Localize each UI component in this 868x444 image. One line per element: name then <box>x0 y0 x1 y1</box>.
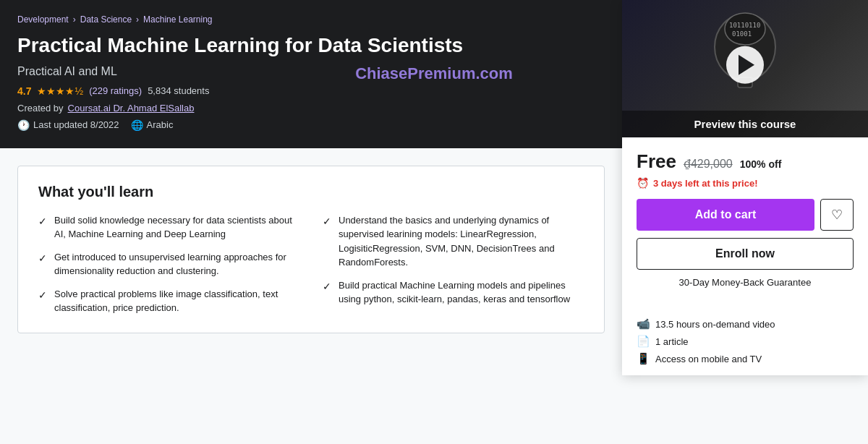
learn-text-3: Solve practical problems like image clas… <box>54 287 299 315</box>
check-icon-1: ✓ <box>38 214 47 229</box>
learn-text-5: Build practical Machine Learning models … <box>339 278 584 307</box>
includes-article-text: 1 article <box>655 336 689 347</box>
breadcrumb: Development › Data Science › Machine Lea… <box>17 14 463 25</box>
includes-item-article: 📄 1 article <box>637 335 854 348</box>
hero-section: Development › Data Science › Machine Lea… <box>0 0 868 148</box>
globe-icon: 🌐 <box>131 119 143 131</box>
learn-item-1: ✓ Build solid knowledge necessary for da… <box>38 213 299 242</box>
add-to-cart-button[interactable]: Add to cart <box>637 199 814 231</box>
includes-list: 📹 13.5 hours on-demand video 📄 1 article… <box>637 317 854 365</box>
play-button[interactable] <box>726 46 764 84</box>
student-count: 5,834 students <box>148 85 209 96</box>
rating-row: 4.7 ★★★★½ (229 ratings) 5,834 students <box>17 85 463 97</box>
svg-text:01001: 01001 <box>732 30 752 38</box>
check-icon-4: ✓ <box>323 214 331 229</box>
hero-left: Development › Data Science › Machine Lea… <box>17 14 463 131</box>
instructor-link[interactable]: Coursat.ai Dr. Ahmad ElSallab <box>68 103 195 114</box>
play-icon <box>739 55 754 75</box>
learn-card: What you'll learn ✓ Build solid knowledg… <box>17 166 605 333</box>
sidebar-card: 10110110 01001 Preview this course Free … <box>622 0 868 375</box>
timer-text: 3 days left at this price! <box>653 178 758 189</box>
rating-score: 4.7 <box>17 85 31 97</box>
price-free: Free <box>637 150 676 173</box>
breadcrumb-development[interactable]: Development <box>17 14 69 25</box>
course-title: Practical Machine Learning for Data Scie… <box>17 33 463 58</box>
card-body: Free ₫429,000 100% off ⏰ 3 days left at … <box>622 137 868 375</box>
learn-text-4: Understand the basics and underlying dyn… <box>339 213 584 270</box>
heart-icon: ♡ <box>831 207 843 223</box>
meta-row: 🕐 Last updated 8/2022 🌐 Arabic <box>17 119 463 131</box>
svg-text:10110110: 10110110 <box>729 22 760 29</box>
main-content: What you'll learn ✓ Build solid knowledg… <box>0 148 622 351</box>
includes-title: This course includes: <box>637 298 854 310</box>
meta-language-text: Arabic <box>147 119 174 130</box>
price-original: ₫429,000 <box>684 157 733 171</box>
breadcrumb-sep-1: › <box>73 14 76 25</box>
guarantee-text: 30-Day Money-Back Guarantee <box>637 277 854 288</box>
article-icon: 📄 <box>637 335 650 348</box>
learn-col-left: ✓ Build solid knowledge necessary for da… <box>38 213 299 315</box>
mobile-icon: 📱 <box>637 352 650 365</box>
price-row: Free ₫429,000 100% off <box>637 150 854 173</box>
timer-row: ⏰ 3 days left at this price! <box>637 177 854 189</box>
check-icon-3: ✓ <box>38 288 47 303</box>
course-subtitle: Practical AI and ML <box>17 65 463 78</box>
wishlist-button[interactable]: ♡ <box>820 199 854 231</box>
meta-language: 🌐 Arabic <box>131 119 174 131</box>
breadcrumb-datascience[interactable]: Data Science <box>80 14 132 25</box>
discount-badge: 100% off <box>740 158 782 170</box>
learn-grid: ✓ Build solid knowledge necessary for da… <box>38 213 584 315</box>
instructor-row: Created by Coursat.ai Dr. Ahmad ElSallab <box>17 103 463 114</box>
page-wrapper: Development › Data Science › Machine Lea… <box>0 0 868 444</box>
svg-point-1 <box>725 13 765 45</box>
learn-item-4: ✓ Understand the basics and underlying d… <box>323 213 584 270</box>
learn-text-1: Build solid knowledge necessary for data… <box>54 213 299 242</box>
breadcrumb-ml[interactable]: Machine Learning <box>143 14 212 25</box>
preview-label: Preview this course <box>622 111 868 137</box>
star-icons: ★★★★½ <box>37 85 83 97</box>
meta-updated-text: Last updated 8/2022 <box>33 119 119 130</box>
preview-thumbnail[interactable]: 10110110 01001 Preview this course <box>622 0 868 137</box>
breadcrumb-sep-2: › <box>136 14 139 25</box>
learn-col-right: ✓ Understand the basics and underlying d… <box>323 213 584 315</box>
alarm-icon: ⏰ <box>637 177 649 189</box>
enroll-now-button[interactable]: Enroll now <box>637 238 854 270</box>
learn-item-2: ✓ Get introduced to unsupervised learnin… <box>38 250 299 278</box>
check-icon-5: ✓ <box>323 279 331 294</box>
learn-item-5: ✓ Build practical Machine Learning model… <box>323 278 584 307</box>
instructor-label: Created by <box>17 103 64 114</box>
learn-text-2: Get introduced to unsupervised learning … <box>54 250 299 278</box>
includes-mobile-text: Access on mobile and TV <box>655 354 762 364</box>
includes-item-video: 📹 13.5 hours on-demand video <box>637 317 854 330</box>
learn-item-3: ✓ Solve practical problems like image cl… <box>38 287 299 315</box>
meta-updated: 🕐 Last updated 8/2022 <box>17 119 119 131</box>
includes-item-mobile: 📱 Access on mobile and TV <box>637 352 854 365</box>
check-icon-2: ✓ <box>38 251 47 266</box>
video-icon: 📹 <box>637 317 650 330</box>
learn-title: What you'll learn <box>38 184 584 200</box>
clock-icon: 🕐 <box>17 119 30 131</box>
rating-count: (229 ratings) <box>89 85 142 96</box>
includes-video-text: 13.5 hours on-demand video <box>655 319 775 330</box>
btn-row: Add to cart ♡ <box>637 199 854 231</box>
